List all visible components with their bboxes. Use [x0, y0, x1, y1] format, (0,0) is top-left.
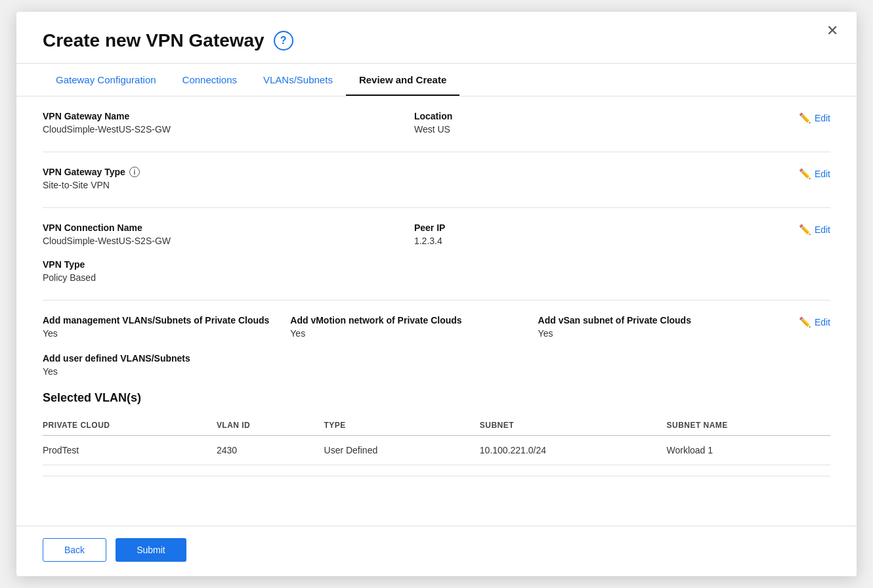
edit-vlans-label: Edit — [815, 317, 830, 327]
scroll-content: VPN Gateway Name CloudSimple-WestUS-S2S-… — [16, 96, 857, 526]
field-peer-ip: Peer IP 1.2.3.4 — [414, 222, 786, 253]
label-connection-name: VPN Connection Name — [43, 222, 414, 233]
cell-type: User Defined — [314, 436, 469, 465]
help-icon[interactable]: ? — [274, 31, 293, 51]
label-location: Location — [414, 111, 786, 121]
field-gateway-name: VPN Gateway Name CloudSimple-WestUS-S2S-… — [43, 111, 414, 141]
field-mgmt-vlans: Add management VLANs/Subnets of Private … — [43, 315, 290, 345]
tab-review-create[interactable]: Review and Create — [346, 64, 459, 96]
section-gateway-name: VPN Gateway Name CloudSimple-WestUS-S2S-… — [43, 96, 830, 152]
label-gateway-name: VPN Gateway Name — [43, 111, 414, 121]
col-private-cloud: PRIVATE CLOUD — [43, 415, 206, 436]
modal-title: Create new VPN Gateway — [43, 30, 265, 51]
vlans-table: PRIVATE CLOUD VLAN ID TYPE SUBNET SUBNET… — [43, 415, 830, 465]
edit-pencil-icon: ✏️ — [799, 112, 811, 124]
field-user-vlans: Add user defined VLANS/Subnets Yes — [43, 353, 786, 377]
value-location: West US — [414, 124, 786, 135]
edit-pencil-icon-2: ✏️ — [799, 168, 811, 180]
label-peer-ip: Peer IP — [414, 222, 786, 233]
value-gateway-type: Site-to-Site VPN — [43, 180, 786, 190]
value-peer-ip: 1.2.3.4 — [414, 236, 786, 246]
label-user-vlans: Add user defined VLANS/Subnets — [43, 353, 786, 364]
label-gateway-type: VPN Gateway Type i — [43, 167, 786, 177]
label-vsan: Add vSan subnet of Private Clouds — [538, 315, 786, 326]
content-wrapper: VPN Gateway Name CloudSimple-WestUS-S2S-… — [16, 96, 857, 526]
vlan-fields: Add management VLANs/Subnets of Private … — [43, 315, 786, 383]
label-vpn-type: VPN Type — [43, 259, 786, 270]
value-vsan: Yes — [538, 328, 786, 339]
tabs-row: Gateway Configuration Connections VLANs/… — [16, 64, 857, 96]
close-button[interactable]: ✕ — [826, 24, 838, 38]
value-vmotion: Yes — [290, 328, 538, 339]
tab-connections[interactable]: Connections — [169, 64, 250, 96]
tab-gateway-configuration[interactable]: Gateway Configuration — [43, 64, 169, 96]
field-vmotion: Add vMotion network of Private Clouds Ye… — [290, 315, 538, 345]
label-vmotion: Add vMotion network of Private Clouds — [290, 315, 538, 326]
edit-pencil-icon-4: ✏️ — [799, 316, 811, 328]
footer-bar: Back Submit — [16, 526, 857, 576]
modal-header: Create new VPN Gateway ? ✕ — [16, 12, 857, 51]
label-mgmt-vlans: Add management VLANs/Subnets of Private … — [43, 315, 290, 326]
edit-connection-label: Edit — [815, 224, 830, 235]
cell-subnet-name: Workload 1 — [656, 436, 830, 465]
col-type: TYPE — [314, 415, 469, 436]
selected-vlans-title: Selected VLAN(s) — [43, 391, 830, 405]
cell-private-cloud: ProdTest — [43, 436, 206, 465]
cell-vlan-id: 2430 — [206, 436, 314, 465]
section-vlan-subnets: Add management VLANs/Subnets of Private … — [43, 301, 830, 476]
edit-gateway-type-button[interactable]: ✏️ Edit — [786, 167, 830, 180]
tab-vlans-subnets[interactable]: VLANs/Subnets — [250, 64, 346, 96]
col-vlan-id: VLAN ID — [206, 415, 314, 436]
value-vpn-type: Policy Based — [43, 272, 786, 283]
back-button[interactable]: Back — [43, 538, 106, 562]
col-subnet: SUBNET — [469, 415, 656, 436]
cell-subnet: 10.100.221.0/24 — [469, 436, 656, 465]
field-connection-name: VPN Connection Name CloudSimple-WestUS-S… — [43, 222, 414, 253]
section-gateway-type: VPN Gateway Type i Site-to-Site VPN ✏️ E… — [43, 152, 830, 208]
value-connection-name: CloudSimple-WestUS-S2S-GW — [43, 236, 414, 246]
edit-gateway-type-label: Edit — [815, 169, 830, 179]
value-user-vlans: Yes — [43, 366, 786, 377]
section-vpn-connection: VPN Connection Name CloudSimple-WestUS-S… — [43, 208, 830, 301]
selected-vlans-section: Selected VLAN(s) PRIVATE CLOUD VLAN ID T… — [43, 391, 830, 465]
connection-fields: VPN Connection Name CloudSimple-WestUS-S… — [43, 222, 786, 289]
create-vpn-modal: Create new VPN Gateway ? ✕ Gateway Confi… — [16, 12, 857, 576]
field-vpn-type: VPN Type Policy Based — [43, 259, 786, 283]
field-gateway-type: VPN Gateway Type i Site-to-Site VPN — [43, 167, 786, 197]
edit-connection-button[interactable]: ✏️ Edit — [786, 222, 830, 236]
submit-button[interactable]: Submit — [116, 538, 186, 562]
edit-gateway-name-label: Edit — [815, 113, 830, 123]
col-subnet-name: SUBNET NAME — [656, 415, 830, 436]
edit-gateway-name-button[interactable]: ✏️ Edit — [786, 111, 830, 124]
field-location: Location West US — [414, 111, 786, 141]
edit-pencil-icon-3: ✏️ — [799, 224, 811, 236]
value-mgmt-vlans: Yes — [43, 328, 290, 339]
field-vsan: Add vSan subnet of Private Clouds Yes — [538, 315, 786, 345]
table-row: ProdTest 2430 User Defined 10.100.221.0/… — [43, 436, 830, 465]
value-gateway-name: CloudSimple-WestUS-S2S-GW — [43, 124, 414, 135]
edit-vlans-button[interactable]: ✏️ Edit — [786, 315, 830, 328]
gateway-type-info-icon[interactable]: i — [129, 167, 140, 177]
